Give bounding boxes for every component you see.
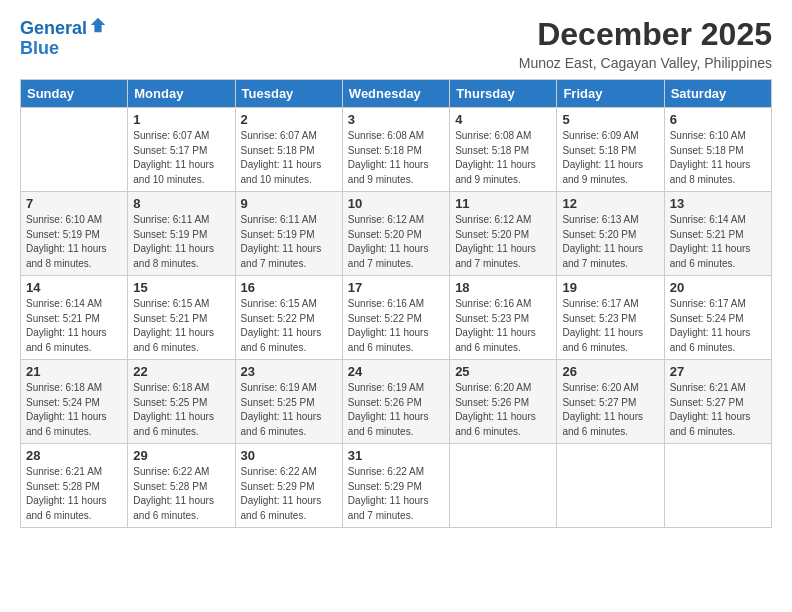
day-info: Sunrise: 6:18 AM Sunset: 5:25 PM Dayligh…	[133, 381, 229, 439]
day-number: 20	[670, 280, 766, 295]
day-cell: 8Sunrise: 6:11 AM Sunset: 5:19 PM Daylig…	[128, 192, 235, 276]
day-cell: 10Sunrise: 6:12 AM Sunset: 5:20 PM Dayli…	[342, 192, 449, 276]
day-cell: 21Sunrise: 6:18 AM Sunset: 5:24 PM Dayli…	[21, 360, 128, 444]
day-number: 9	[241, 196, 337, 211]
week-row-1: 7Sunrise: 6:10 AM Sunset: 5:19 PM Daylig…	[21, 192, 772, 276]
day-number: 17	[348, 280, 444, 295]
day-number: 23	[241, 364, 337, 379]
header-wednesday: Wednesday	[342, 80, 449, 108]
header-friday: Friday	[557, 80, 664, 108]
day-number: 26	[562, 364, 658, 379]
day-cell: 19Sunrise: 6:17 AM Sunset: 5:23 PM Dayli…	[557, 276, 664, 360]
day-info: Sunrise: 6:10 AM Sunset: 5:18 PM Dayligh…	[670, 129, 766, 187]
day-cell: 4Sunrise: 6:08 AM Sunset: 5:18 PM Daylig…	[450, 108, 557, 192]
day-number: 5	[562, 112, 658, 127]
day-info: Sunrise: 6:15 AM Sunset: 5:22 PM Dayligh…	[241, 297, 337, 355]
day-number: 24	[348, 364, 444, 379]
day-number: 10	[348, 196, 444, 211]
day-info: Sunrise: 6:07 AM Sunset: 5:18 PM Dayligh…	[241, 129, 337, 187]
day-number: 1	[133, 112, 229, 127]
day-number: 2	[241, 112, 337, 127]
day-number: 31	[348, 448, 444, 463]
day-number: 8	[133, 196, 229, 211]
calendar-header-row: SundayMondayTuesdayWednesdayThursdayFrid…	[21, 80, 772, 108]
day-info: Sunrise: 6:08 AM Sunset: 5:18 PM Dayligh…	[455, 129, 551, 187]
week-row-4: 28Sunrise: 6:21 AM Sunset: 5:28 PM Dayli…	[21, 444, 772, 528]
logo-line1: General	[20, 18, 87, 38]
day-info: Sunrise: 6:20 AM Sunset: 5:26 PM Dayligh…	[455, 381, 551, 439]
header-thursday: Thursday	[450, 80, 557, 108]
day-cell	[557, 444, 664, 528]
day-cell	[21, 108, 128, 192]
logo-icon	[89, 16, 107, 34]
day-number: 3	[348, 112, 444, 127]
header-monday: Monday	[128, 80, 235, 108]
day-number: 21	[26, 364, 122, 379]
day-number: 18	[455, 280, 551, 295]
month-title: December 2025	[519, 16, 772, 53]
day-number: 13	[670, 196, 766, 211]
day-number: 12	[562, 196, 658, 211]
svg-marker-0	[91, 18, 105, 32]
day-info: Sunrise: 6:21 AM Sunset: 5:27 PM Dayligh…	[670, 381, 766, 439]
day-cell: 27Sunrise: 6:21 AM Sunset: 5:27 PM Dayli…	[664, 360, 771, 444]
calendar-table: SundayMondayTuesdayWednesdayThursdayFrid…	[20, 79, 772, 528]
day-cell: 9Sunrise: 6:11 AM Sunset: 5:19 PM Daylig…	[235, 192, 342, 276]
day-info: Sunrise: 6:22 AM Sunset: 5:29 PM Dayligh…	[348, 465, 444, 523]
day-cell: 16Sunrise: 6:15 AM Sunset: 5:22 PM Dayli…	[235, 276, 342, 360]
title-block: December 2025 Munoz East, Cagayan Valley…	[519, 16, 772, 71]
day-number: 27	[670, 364, 766, 379]
day-info: Sunrise: 6:18 AM Sunset: 5:24 PM Dayligh…	[26, 381, 122, 439]
logo-text: General Blue	[20, 16, 107, 59]
day-info: Sunrise: 6:14 AM Sunset: 5:21 PM Dayligh…	[670, 213, 766, 271]
day-number: 7	[26, 196, 122, 211]
day-number: 28	[26, 448, 122, 463]
day-number: 16	[241, 280, 337, 295]
header-tuesday: Tuesday	[235, 80, 342, 108]
day-info: Sunrise: 6:19 AM Sunset: 5:25 PM Dayligh…	[241, 381, 337, 439]
day-info: Sunrise: 6:14 AM Sunset: 5:21 PM Dayligh…	[26, 297, 122, 355]
day-number: 15	[133, 280, 229, 295]
day-cell: 12Sunrise: 6:13 AM Sunset: 5:20 PM Dayli…	[557, 192, 664, 276]
header-saturday: Saturday	[664, 80, 771, 108]
day-cell: 6Sunrise: 6:10 AM Sunset: 5:18 PM Daylig…	[664, 108, 771, 192]
day-number: 25	[455, 364, 551, 379]
day-info: Sunrise: 6:17 AM Sunset: 5:23 PM Dayligh…	[562, 297, 658, 355]
day-info: Sunrise: 6:12 AM Sunset: 5:20 PM Dayligh…	[348, 213, 444, 271]
day-info: Sunrise: 6:13 AM Sunset: 5:20 PM Dayligh…	[562, 213, 658, 271]
day-number: 6	[670, 112, 766, 127]
day-info: Sunrise: 6:08 AM Sunset: 5:18 PM Dayligh…	[348, 129, 444, 187]
day-cell: 25Sunrise: 6:20 AM Sunset: 5:26 PM Dayli…	[450, 360, 557, 444]
day-cell: 5Sunrise: 6:09 AM Sunset: 5:18 PM Daylig…	[557, 108, 664, 192]
day-cell: 18Sunrise: 6:16 AM Sunset: 5:23 PM Dayli…	[450, 276, 557, 360]
location: Munoz East, Cagayan Valley, Philippines	[519, 55, 772, 71]
week-row-3: 21Sunrise: 6:18 AM Sunset: 5:24 PM Dayli…	[21, 360, 772, 444]
day-cell: 22Sunrise: 6:18 AM Sunset: 5:25 PM Dayli…	[128, 360, 235, 444]
week-row-2: 14Sunrise: 6:14 AM Sunset: 5:21 PM Dayli…	[21, 276, 772, 360]
day-info: Sunrise: 6:12 AM Sunset: 5:20 PM Dayligh…	[455, 213, 551, 271]
week-row-0: 1Sunrise: 6:07 AM Sunset: 5:17 PM Daylig…	[21, 108, 772, 192]
day-info: Sunrise: 6:22 AM Sunset: 5:28 PM Dayligh…	[133, 465, 229, 523]
day-cell: 3Sunrise: 6:08 AM Sunset: 5:18 PM Daylig…	[342, 108, 449, 192]
day-cell: 23Sunrise: 6:19 AM Sunset: 5:25 PM Dayli…	[235, 360, 342, 444]
day-info: Sunrise: 6:17 AM Sunset: 5:24 PM Dayligh…	[670, 297, 766, 355]
day-info: Sunrise: 6:22 AM Sunset: 5:29 PM Dayligh…	[241, 465, 337, 523]
day-number: 29	[133, 448, 229, 463]
day-cell: 28Sunrise: 6:21 AM Sunset: 5:28 PM Dayli…	[21, 444, 128, 528]
day-cell: 2Sunrise: 6:07 AM Sunset: 5:18 PM Daylig…	[235, 108, 342, 192]
day-number: 30	[241, 448, 337, 463]
day-cell: 31Sunrise: 6:22 AM Sunset: 5:29 PM Dayli…	[342, 444, 449, 528]
day-number: 22	[133, 364, 229, 379]
day-number: 11	[455, 196, 551, 211]
day-cell: 15Sunrise: 6:15 AM Sunset: 5:21 PM Dayli…	[128, 276, 235, 360]
day-info: Sunrise: 6:09 AM Sunset: 5:18 PM Dayligh…	[562, 129, 658, 187]
day-info: Sunrise: 6:15 AM Sunset: 5:21 PM Dayligh…	[133, 297, 229, 355]
logo: General Blue	[20, 16, 107, 59]
day-number: 4	[455, 112, 551, 127]
day-cell: 7Sunrise: 6:10 AM Sunset: 5:19 PM Daylig…	[21, 192, 128, 276]
day-cell: 24Sunrise: 6:19 AM Sunset: 5:26 PM Dayli…	[342, 360, 449, 444]
day-number: 14	[26, 280, 122, 295]
day-info: Sunrise: 6:10 AM Sunset: 5:19 PM Dayligh…	[26, 213, 122, 271]
day-cell: 13Sunrise: 6:14 AM Sunset: 5:21 PM Dayli…	[664, 192, 771, 276]
day-cell	[450, 444, 557, 528]
